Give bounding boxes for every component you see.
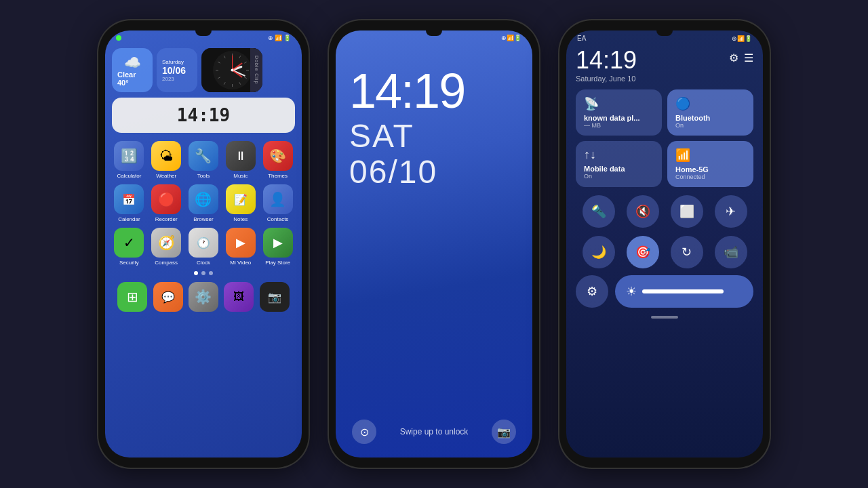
app-icon-calendar: 📅 [114, 184, 144, 214]
app-mivideo[interactable]: ▶ Mi Video [223, 228, 258, 266]
doble-clip-bar: Doble Clip [250, 48, 262, 92]
app-calendar[interactable]: 📅 Calendar [112, 184, 146, 222]
cc-bottom-settings-btn[interactable]: ⚙ [576, 275, 608, 308]
app-weather[interactable]: 🌤 Weather [149, 141, 184, 179]
app-compass[interactable]: 🧭 Compass [149, 228, 184, 266]
cc-btn-crop[interactable]: ⬜ [671, 195, 703, 228]
app-label-music: Music [233, 173, 248, 179]
cc-btn-rotate[interactable]: ↻ [671, 236, 703, 268]
app-music[interactable]: ⏸ Music [223, 141, 258, 179]
digital-clock-widget[interactable]: 14:19 [112, 98, 295, 133]
cc-list-icon[interactable]: ☰ [744, 52, 753, 64]
app-security[interactable]: ✓ Security [112, 228, 146, 266]
lock-date-display: SAT 06/10 [336, 119, 532, 190]
cc-settings-icon[interactable]: ⚙ [729, 52, 738, 64]
cc-tiles-grid: 📡 known data pl... — MB 🔵 Bluetooth On ↑… [566, 85, 763, 191]
lock-circle-btn[interactable]: ⊙ [352, 420, 376, 444]
cc-tile-data[interactable]: 📡 known data pl... — MB [576, 89, 662, 136]
page-dot-1 [194, 271, 198, 275]
cc-btn-airplane[interactable]: ✈ [715, 195, 747, 228]
app-calculator[interactable]: 🔢 Calculator [112, 141, 146, 179]
app-icon-clock: 🕐 [189, 228, 218, 258]
app-icon-security: ✓ [114, 228, 144, 258]
weather-widget[interactable]: ☁️ Clear 40° [112, 48, 153, 92]
app-grid-row1: 🔢 Calculator 🌤 Weather 🔧 Tools ⏸ Music 🎨… [105, 138, 302, 182]
app-themes[interactable]: 🎨 Themes [260, 141, 295, 179]
cc-date: Saturday, June 10 [576, 75, 637, 83]
cc-btn-location[interactable]: 🎯 [627, 236, 659, 268]
cc-mobile-sub: On [584, 173, 654, 180]
cc-btn-torch[interactable]: 🔦 [583, 195, 615, 228]
app-tools[interactable]: 🔧 Tools [186, 141, 221, 179]
cc-ea-label: EA [577, 35, 586, 42]
cc-header: 14:19 Saturday, June 10 ⚙ ☰ [566, 43, 763, 85]
app-icon-calculator: 🔢 [114, 141, 144, 171]
cc-sun-icon: ☀ [626, 284, 637, 299]
cc-wifi-sub: Connected [675, 174, 745, 180]
app-icon-compass: 🧭 [151, 228, 181, 258]
app-icon-weather: 🌤 [151, 141, 181, 171]
app-label-mivideo: Mi Video [230, 260, 251, 266]
app-label-notes: Notes [233, 216, 248, 222]
app-icon-tools: 🔧 [189, 141, 218, 171]
app-playstore[interactable]: ▶ Play Store [260, 228, 295, 266]
status-icons-home: ⊕ 📶 🔋 [268, 35, 291, 41]
app-notes[interactable]: 📝 Notes [223, 184, 258, 222]
cc-tile-bluetooth[interactable]: 🔵 Bluetooth On [667, 89, 753, 136]
cc-wifi-title: Home-5G [675, 165, 745, 174]
app-label-compass: Compass [155, 260, 178, 266]
cc-brightness-fill [642, 289, 724, 293]
date-day: Saturday [162, 59, 192, 65]
cc-header-btns: ⚙ ☰ [729, 46, 753, 64]
app-label-recorder: Recorder [155, 216, 178, 222]
weather-temp: Clear 40° [117, 70, 147, 87]
phone-lock: ⊕📶🔋 14:19 SAT 06/10 ⊙ Swipe up to unlock… [329, 20, 539, 468]
cc-tile-wifi[interactable]: 📶 Home-5G Connected [667, 141, 753, 187]
dock-gallery[interactable]: 🖼 [224, 282, 254, 312]
app-label-contacts: Contacts [267, 216, 289, 222]
dock-grid[interactable]: ⊞ [117, 282, 147, 312]
cc-brightness-slider[interactable]: ☀ [615, 275, 753, 308]
phone-home: ⊕ 📶 🔋 ☁️ Clear 40° Saturday 10/06 2023 D… [98, 20, 309, 468]
date-year: 2023 [162, 76, 192, 82]
analog-clock-widget[interactable]: Doble Clip [201, 48, 262, 92]
dock-messages[interactable]: 💬 [153, 282, 183, 312]
bluetooth-icon: ⊕ [268, 35, 273, 41]
widget-row: ☁️ Clear 40° Saturday 10/06 2023 Doble C… [105, 43, 302, 98]
app-recorder[interactable]: 🔴 Recorder [149, 184, 184, 222]
dock-settings[interactable]: ⚙️ [189, 282, 218, 312]
cc-bt-sub: On [675, 122, 745, 129]
app-contacts[interactable]: 👤 Contacts [260, 184, 295, 222]
app-icon-themes: 🎨 [263, 141, 293, 171]
app-icon-notes: 📝 [226, 184, 256, 214]
page-dot-2 [201, 271, 205, 275]
lock-time: 14:19 [336, 43, 532, 119]
app-clock[interactable]: 🕐 Clock [186, 228, 221, 266]
page-dots [105, 271, 302, 275]
lock-status-icons: ⊕📶🔋 [501, 35, 521, 41]
cc-handle-bar [651, 316, 678, 319]
cc-btn-video[interactable]: 📹 [715, 236, 747, 268]
app-browser[interactable]: 🌐 Browser [186, 184, 221, 222]
cc-btn-moon[interactable]: 🌙 [583, 236, 615, 268]
battery-icon: 🔋 [283, 35, 291, 41]
app-label-security: Security [119, 260, 139, 266]
app-label-themes: Themes [268, 173, 288, 179]
app-icon-mivideo: ▶ [226, 228, 256, 258]
cc-bt-tile-icon: 🔵 [675, 96, 745, 111]
app-label-tools: Tools [197, 173, 210, 179]
date-widget[interactable]: Saturday 10/06 2023 [157, 48, 197, 92]
cc-handle [566, 310, 763, 324]
lock-bottom-bar: ⊙ Swipe up to unlock 📷 [336, 420, 532, 444]
lock-bluetooth-icon: ⊕📶🔋 [501, 35, 521, 41]
cc-status-icons: ⊕📶🔋 [732, 35, 752, 42]
green-dot [116, 35, 121, 41]
digital-clock-time: 14:19 [177, 105, 230, 125]
cc-tile-mobile[interactable]: ↑↓ Mobile data On [576, 141, 662, 187]
dock-camera[interactable]: 📷 [260, 282, 290, 312]
lock-camera-btn[interactable]: 📷 [492, 420, 516, 444]
app-label-weather: Weather [156, 173, 176, 179]
cc-mobile-title: Mobile data [584, 165, 654, 173]
cc-btn-mute[interactable]: 🔇 [627, 195, 659, 228]
lock-day: SAT [349, 119, 519, 155]
